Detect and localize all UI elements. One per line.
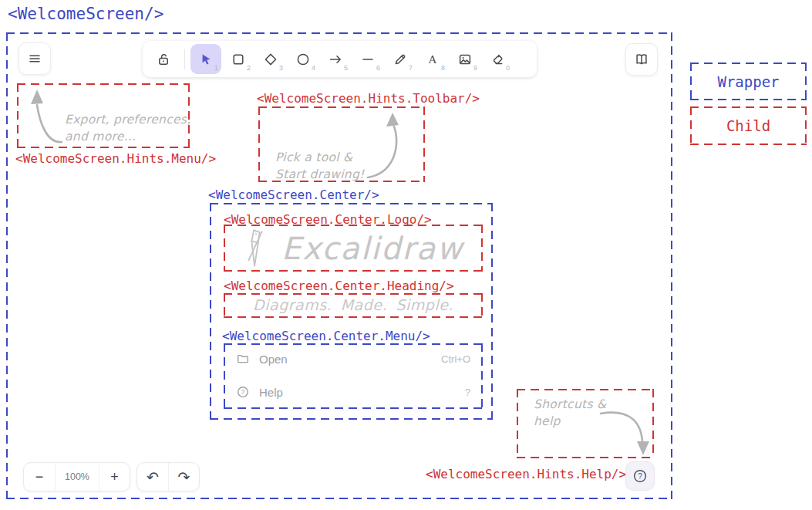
welcome-screen-label: <WelcomeScreen/>	[8, 5, 163, 23]
hint-toolbar-line2: Start drawing!	[275, 167, 365, 181]
hamburger-icon	[27, 51, 42, 66]
image-icon	[457, 52, 473, 67]
hint-toolbar-line1: Pick a tool &	[275, 150, 352, 164]
hint-help-line2: help	[534, 414, 561, 428]
image-tool-button[interactable]: 9	[450, 44, 480, 74]
menu-item-open-shortcut: Ctrl+O	[441, 353, 470, 365]
excalidraw-welcome-docs: <WelcomeScreen/> 1 2	[0, 0, 812, 510]
selection-tool-button[interactable]: 1	[190, 44, 221, 74]
line-tool-button[interactable]: 6	[352, 44, 383, 74]
hint-menu-text: Export, preferences, and more...	[65, 111, 190, 145]
zoom-level[interactable]: 100%	[55, 463, 99, 491]
undo-button[interactable]: ↶	[137, 463, 168, 491]
hint-menu-line2: and more...	[65, 130, 136, 144]
help-button[interactable]: ?	[625, 461, 655, 491]
hint-help-line1: Shortcuts &	[534, 397, 606, 411]
diamond-icon	[263, 52, 278, 67]
text-icon: A	[425, 52, 440, 67]
folder-icon	[236, 352, 250, 366]
excalidraw-logo-icon	[243, 226, 269, 271]
lock-icon	[156, 52, 171, 67]
undo-redo-controls: ↶ ↷	[136, 462, 200, 491]
circle-icon	[295, 52, 311, 67]
hand-drawn-arrow-icon	[598, 407, 652, 458]
center-label: <WelcomeScreen.Center/>	[208, 188, 379, 202]
excalidraw-logo-text: Excalidraw	[281, 231, 463, 266]
arrow-tool-button[interactable]: 5	[320, 44, 351, 74]
redo-button[interactable]: ↷	[168, 463, 199, 491]
question-circle-icon: ?	[632, 468, 648, 484]
menu-item-open-label: Open	[259, 353, 288, 366]
toolbar-divider	[184, 49, 185, 69]
square-icon	[231, 52, 246, 67]
tool-shortcut: 3	[279, 64, 283, 72]
tool-shortcut: 8	[441, 64, 445, 72]
svg-text:A: A	[429, 53, 437, 66]
svg-text:?: ?	[638, 472, 642, 481]
eraser-icon	[490, 52, 505, 67]
tool-shortcut: 7	[409, 64, 413, 72]
menu-item-help-label: Help	[259, 386, 283, 399]
legend-wrapper-box: Wrapper	[690, 62, 807, 100]
menu-item-help-shortcut: ?	[465, 387, 470, 398]
hints-toolbar-label: <WelcomeScreen.Hints.Toolbar/>	[257, 92, 480, 106]
center-heading-text: Diagrams. Made. Simple.	[224, 296, 483, 313]
help-circle-icon: ?	[236, 385, 250, 399]
hints-menu-label: <WelcomeScreen.Hints.Menu/>	[15, 152, 216, 166]
tool-shortcut: 1	[214, 64, 218, 72]
legend-child-label: Child	[690, 106, 807, 145]
legend-child-box: Child	[690, 106, 807, 145]
zoom-in-button[interactable]: +	[99, 463, 130, 491]
menu-item-help[interactable]: ? Help ?	[236, 385, 470, 399]
zoom-out-button[interactable]: −	[24, 463, 55, 491]
tool-shortcut: 5	[344, 64, 348, 72]
tool-shortcut: 9	[473, 64, 477, 72]
menu-item-open[interactable]: Open Ctrl+O	[236, 352, 470, 366]
tool-shortcut: 4	[312, 64, 315, 72]
book-icon	[634, 52, 649, 67]
svg-text:?: ?	[241, 388, 245, 396]
lock-tool-button[interactable]	[148, 44, 179, 74]
main-menu-button[interactable]	[19, 42, 51, 75]
diamond-tool-button[interactable]: 3	[255, 44, 286, 74]
center-menu: Open Ctrl+O ? Help ?	[224, 343, 483, 409]
library-button[interactable]	[625, 43, 658, 76]
legend-wrapper-label: Wrapper	[690, 62, 807, 100]
cursor-icon	[198, 52, 214, 67]
hand-drawn-arrow-icon	[359, 110, 420, 181]
eraser-tool-button[interactable]: 0	[482, 44, 513, 74]
line-icon	[360, 52, 376, 67]
ellipse-tool-button[interactable]: 4	[288, 44, 318, 74]
hint-toolbar-text: Pick a tool & Start drawing!	[275, 149, 365, 183]
tool-shortcut: 6	[376, 64, 380, 72]
toolbar: 1 2 3 4 5	[143, 41, 537, 77]
rectangle-tool-button[interactable]: 2	[223, 44, 254, 74]
hint-menu-line1: Export, preferences,	[65, 113, 190, 127]
text-tool-button[interactable]: A 8	[417, 44, 448, 74]
hint-help-text: Shortcuts & help	[534, 396, 606, 430]
center-menu-label: <WelcomeScreen.Center.Menu/>	[222, 329, 430, 343]
zoom-controls: − 100% +	[23, 462, 130, 491]
tool-shortcut: 2	[247, 64, 251, 72]
center-heading-label: <WelcomeScreen.Center.Heading/>	[224, 279, 454, 293]
excalidraw-logo: Excalidraw	[224, 225, 483, 272]
arrow-icon	[328, 52, 343, 67]
hints-help-label: <WelcomeScreen.Hints.Help/>	[426, 468, 626, 481]
draw-tool-button[interactable]: 7	[385, 44, 416, 74]
pencil-icon	[393, 52, 408, 67]
tool-shortcut: 0	[506, 64, 510, 72]
